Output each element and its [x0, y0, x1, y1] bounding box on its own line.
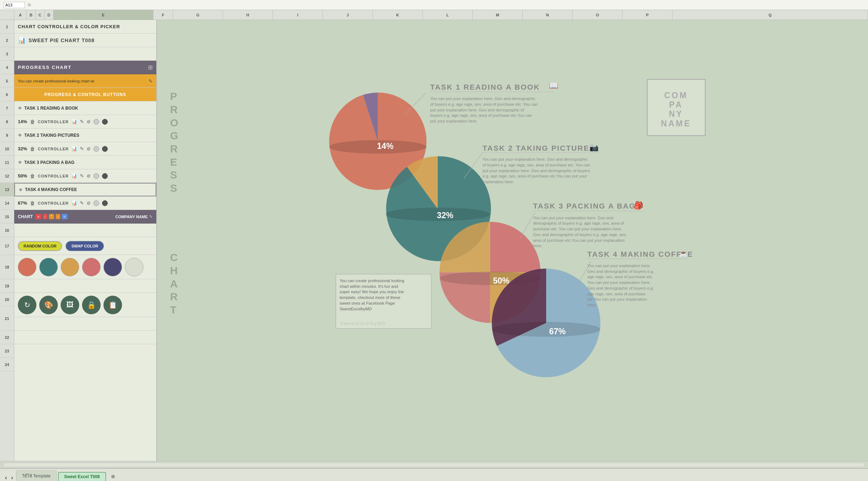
- chart-title: SWEET PIE CHART T008: [29, 37, 95, 43]
- row-num-12: 12: [0, 169, 14, 183]
- task4-edit-icon[interactable]: ✎: [80, 200, 84, 206]
- progress-g: G: [170, 130, 179, 141]
- row-num-11: 11: [0, 156, 14, 169]
- task4-stop-icon[interactable]: ⊘: [87, 200, 91, 206]
- icon-btn-refresh[interactable]: ↻: [18, 296, 36, 314]
- random-color-button[interactable]: RANDOM COLOR: [18, 241, 62, 251]
- progress-s2: S: [170, 182, 178, 194]
- col-header-i[interactable]: I: [273, 10, 323, 20]
- company-line3: NY: [669, 109, 683, 119]
- row-num-14: 14: [0, 196, 14, 210]
- row-num-3: 3: [0, 47, 14, 61]
- icon-btn-lock[interactable]: 🔒: [82, 296, 101, 314]
- task4-toggle-off[interactable]: [93, 200, 99, 206]
- task2-trash[interactable]: 🗑: [30, 146, 35, 152]
- color-circle-5[interactable]: [103, 258, 122, 276]
- col-header-k[interactable]: K: [373, 10, 423, 20]
- horizontal-scrollbar[interactable]: [4, 463, 864, 467]
- nav-edit-icon[interactable]: ✎: [149, 214, 153, 219]
- col-header-m[interactable]: M: [473, 10, 523, 20]
- row-num-10: 10: [0, 142, 14, 156]
- task3-toggle-on[interactable]: [102, 173, 108, 179]
- col-header-h[interactable]: H: [223, 10, 273, 20]
- nav-btn-ll[interactable]: «: [36, 214, 41, 219]
- task4-desc-2: Geo and demographic of buyers e.g.: [587, 269, 654, 274]
- color-circle-2[interactable]: [39, 258, 58, 276]
- task3-chart-icon[interactable]: 📊: [71, 173, 77, 179]
- col-header-c[interactable]: C: [36, 10, 45, 20]
- task2-desc-4: e.g. age rage, sex, area of purchase etc…: [483, 174, 587, 178]
- pie4-percent-label: 67%: [549, 327, 565, 336]
- task4-controller: CONTROLLER: [38, 201, 68, 205]
- nav-btn-r[interactable]: ›: [56, 214, 60, 219]
- col-header-a[interactable]: A: [14, 10, 27, 20]
- task3-toggle-off[interactable]: [93, 173, 99, 179]
- chart-a: A: [170, 278, 179, 290]
- task2-name: TASK 2 TAKING PICTURES: [24, 133, 79, 138]
- tab-sweet-excel[interactable]: Sweet Excel T008: [58, 472, 106, 481]
- task4-percent: 67%: [18, 200, 27, 206]
- task2-desc-3: put your explanation here. Geo and demog…: [483, 169, 590, 173]
- task2-toggle-on[interactable]: [102, 146, 108, 152]
- row-num-7: 7: [0, 101, 14, 115]
- task3-chart-label: TASK 3 PACKING A BAG: [533, 202, 636, 210]
- task2-stop-icon[interactable]: ⊘: [87, 146, 91, 151]
- scroll-right-btn[interactable]: ›: [10, 475, 14, 481]
- col-header-p[interactable]: P: [623, 10, 672, 20]
- progress-e: E: [170, 156, 178, 168]
- task2-edit-icon[interactable]: ✎: [80, 146, 84, 151]
- task3-stop-icon[interactable]: ⊘: [87, 173, 91, 179]
- color-circle-4[interactable]: [82, 258, 101, 276]
- nav-btn-rr[interactable]: »: [62, 214, 67, 219]
- task1-toggle-on[interactable]: [102, 119, 108, 125]
- task4-coffee-icon: ☕: [679, 249, 689, 258]
- color-circle-6[interactable]: [125, 258, 143, 276]
- col-header-n[interactable]: N: [523, 10, 573, 20]
- col-header-d[interactable]: D: [45, 10, 54, 20]
- task1-icon: ❖: [18, 105, 22, 111]
- icon-btn-color[interactable]: 🎨: [39, 296, 58, 314]
- col-header-j[interactable]: J: [323, 10, 373, 20]
- task1-toggle-off[interactable]: [93, 119, 99, 125]
- color-circle-3[interactable]: [61, 258, 79, 276]
- company-line2: PA: [669, 100, 683, 109]
- col-header-q[interactable]: Q: [672, 10, 868, 20]
- task3-desc-4: Geo and demographic of buyers e.g. age r…: [533, 232, 627, 237]
- cell-ref[interactable]: [4, 2, 25, 8]
- task4-chart-icon[interactable]: 📊: [71, 200, 77, 206]
- desc-box-line4: template, checkout more of these: [340, 295, 400, 300]
- col-header-o[interactable]: O: [573, 10, 623, 20]
- color-circle-1[interactable]: [18, 258, 36, 276]
- icon-btn-clipboard[interactable]: 📋: [103, 296, 122, 314]
- col-header-e[interactable]: E: [54, 10, 153, 20]
- icon-btn-image[interactable]: 🖼: [61, 296, 79, 314]
- task4-trash[interactable]: 🗑: [30, 200, 35, 206]
- row-num-5: 5: [0, 74, 14, 88]
- col-header-l[interactable]: L: [423, 10, 473, 20]
- task1-stop-icon[interactable]: ⊘: [87, 119, 91, 124]
- row-num-6: 6: [0, 88, 14, 101]
- nav-btn-l[interactable]: ‹: [43, 214, 47, 219]
- scroll-left-btn[interactable]: ‹: [4, 475, 8, 481]
- swap-color-button[interactable]: SWAP COLOR: [66, 241, 104, 251]
- task4-toggle-on[interactable]: [102, 200, 108, 206]
- col-header-f[interactable]: F: [153, 10, 173, 20]
- task3-trash[interactable]: 🗑: [30, 173, 35, 179]
- task2-desc-1: You can put your explanation here. Geo a…: [483, 157, 588, 161]
- task3-desc-1: You can put your explanation here. Geo a…: [533, 216, 613, 220]
- task2-chart-icon[interactable]: 📊: [71, 146, 77, 151]
- add-sheet-button[interactable]: ⊕: [107, 472, 119, 481]
- task3-controller: CONTROLLER: [38, 174, 68, 178]
- nav-btn-up[interactable]: ^: [49, 214, 54, 219]
- task3-edit-icon[interactable]: ✎: [80, 173, 84, 179]
- task2-toggle-off[interactable]: [93, 146, 99, 152]
- task1-chart-icon[interactable]: 📊: [71, 119, 77, 124]
- chart-c: C: [170, 251, 179, 263]
- task1-trash[interactable]: 🗑: [30, 119, 35, 125]
- task2-desc-5: explanation here.: [483, 180, 514, 184]
- col-header-g[interactable]: G: [173, 10, 223, 20]
- col-header-b[interactable]: B: [27, 10, 36, 20]
- spreadsheet-wrapper: fx A B C D E F G H I J K L M N O P Q 1 2…: [0, 0, 868, 481]
- task1-edit-icon[interactable]: ✎: [80, 119, 84, 124]
- tab-template[interactable]: วิธีใช้ Template: [16, 470, 57, 481]
